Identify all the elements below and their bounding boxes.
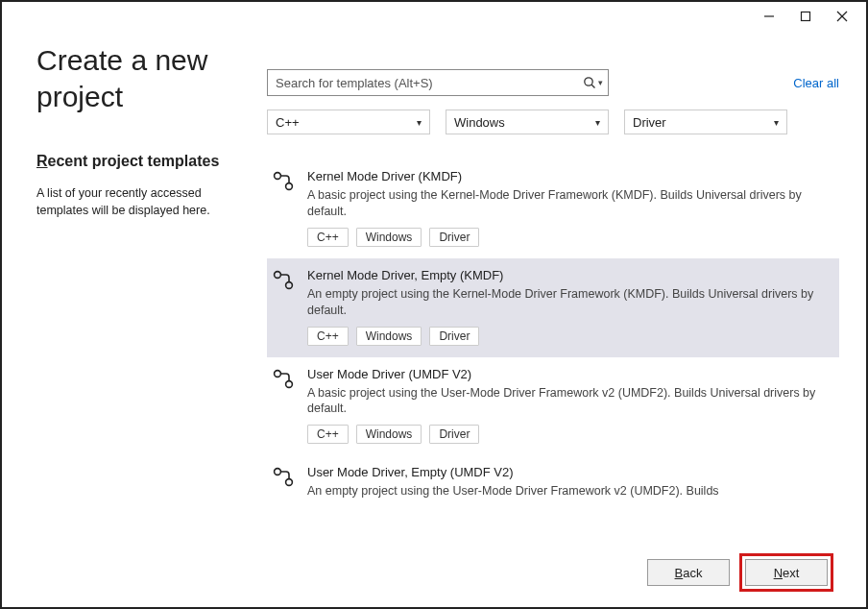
svg-rect-1 xyxy=(802,12,810,21)
clear-all-link[interactable]: Clear all xyxy=(793,76,839,90)
next-button-highlight: Next xyxy=(739,553,833,592)
back-button[interactable]: Back xyxy=(647,559,730,586)
project-icon xyxy=(271,268,298,346)
language-filter-label: C++ xyxy=(276,115,300,130)
tag-windows: Windows xyxy=(356,228,422,247)
chevron-down-icon: ▾ xyxy=(417,117,422,128)
svg-point-10 xyxy=(275,370,281,377)
maximize-button[interactable] xyxy=(787,6,824,27)
tag-driver: Driver xyxy=(429,228,479,247)
left-panel: Create a new project Recent project temp… xyxy=(36,31,267,549)
next-button[interactable]: Next xyxy=(745,559,828,586)
recent-templates-heading: Recent project templates xyxy=(36,153,248,170)
template-tags: C++WindowsDriver xyxy=(307,228,830,247)
template-tags: C++WindowsDriver xyxy=(307,327,830,346)
search-icon[interactable]: ▾ xyxy=(583,69,603,96)
tag-cpp: C++ xyxy=(307,425,349,444)
project-type-filter-label: Driver xyxy=(633,115,666,130)
svg-line-5 xyxy=(591,85,594,87)
search-input[interactable] xyxy=(267,69,609,96)
platform-filter[interactable]: Windows ▾ xyxy=(446,110,609,134)
template-item[interactable]: User Mode Driver (UMDF V2)A basic projec… xyxy=(267,357,839,456)
chevron-down-icon: ▾ xyxy=(598,78,603,87)
tag-driver: Driver xyxy=(429,425,479,444)
language-filter[interactable]: C++ ▾ xyxy=(267,110,430,134)
tag-windows: Windows xyxy=(356,327,422,346)
template-item[interactable]: Kernel Mode Driver (KMDF)A basic project… xyxy=(267,159,839,258)
new-project-dialog: Create a new project Recent project temp… xyxy=(0,0,868,609)
tag-cpp: C++ xyxy=(307,327,349,346)
template-title: User Mode Driver, Empty (UMDF V2) xyxy=(307,465,830,479)
project-icon xyxy=(271,367,298,445)
template-desc: An empty project using the User-Mode Dri… xyxy=(307,483,830,499)
template-desc: A basic project using the User-Mode Driv… xyxy=(307,385,830,418)
tag-cpp: C++ xyxy=(307,228,349,247)
template-item[interactable]: Kernel Mode Driver, Empty (KMDF)An empty… xyxy=(267,258,839,357)
platform-filter-label: Windows xyxy=(454,115,505,130)
template-title: Kernel Mode Driver, Empty (KMDF) xyxy=(307,268,830,282)
tag-windows: Windows xyxy=(356,425,422,444)
template-item[interactable]: User Mode Driver, Empty (UMDF V2)An empt… xyxy=(267,455,839,519)
minimize-button[interactable] xyxy=(751,6,787,27)
svg-point-7 xyxy=(286,183,293,190)
recent-templates-desc: A list of your recently accessed templat… xyxy=(36,185,248,219)
template-title: User Mode Driver (UMDF V2) xyxy=(307,367,830,381)
footer: Back Next xyxy=(2,549,866,607)
titlebar xyxy=(2,2,866,31)
chevron-down-icon: ▾ xyxy=(595,117,600,128)
svg-point-9 xyxy=(286,281,293,288)
svg-point-13 xyxy=(286,479,293,486)
close-button[interactable] xyxy=(824,6,860,27)
chevron-down-icon: ▾ xyxy=(774,117,779,128)
template-list: Kernel Mode Driver (KMDF)A basic project… xyxy=(267,159,839,549)
search-wrap: ▾ xyxy=(267,69,609,96)
svg-point-8 xyxy=(275,271,281,278)
template-title: Kernel Mode Driver (KMDF) xyxy=(307,169,830,183)
page-title: Create a new project xyxy=(36,42,248,114)
svg-point-12 xyxy=(275,469,281,475)
template-desc: A basic project using the Kernel-Mode Dr… xyxy=(307,187,830,220)
svg-point-6 xyxy=(275,173,281,180)
project-type-filter[interactable]: Driver ▾ xyxy=(624,110,787,134)
template-desc: An empty project using the Kernel-Mode D… xyxy=(307,286,830,319)
project-icon xyxy=(271,465,298,507)
template-tags: C++WindowsDriver xyxy=(307,425,830,444)
svg-point-4 xyxy=(585,78,592,85)
tag-driver: Driver xyxy=(429,327,479,346)
svg-point-11 xyxy=(286,380,293,387)
right-panel: ▾ Clear all C++ ▾ Windows ▾ Driver ▾ xyxy=(267,31,839,549)
project-icon xyxy=(271,169,298,247)
